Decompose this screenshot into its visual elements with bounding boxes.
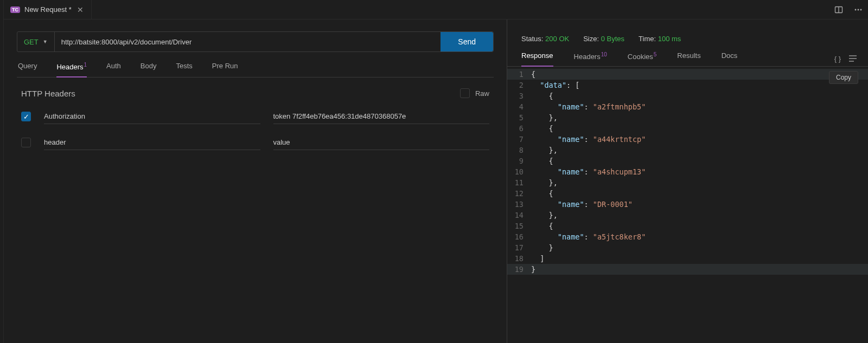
split-layout-icon[interactable] [829, 5, 848, 14]
line-number: 11 [507, 177, 531, 188]
code-content: }, [531, 210, 558, 221]
request-tab-headers[interactable]: Headers1 [56, 62, 87, 77]
editor-tab-bar: TC New Request * ✕ [4, 0, 868, 20]
code-line: 18 ] [507, 253, 868, 264]
response-pane: Status: 200 OK Size: 0 Bytes Time: 100 m… [507, 20, 868, 343]
request-pane: GET ▼ http://batsite:8000/api/v2/documen… [4, 20, 507, 343]
line-number: 13 [507, 199, 531, 210]
response-status-bar: Status: 200 OK Size: 0 Bytes Time: 100 m… [507, 20, 868, 51]
header-row: ✓Authorizationtoken 7f2ff4eb76ea456:31de… [21, 109, 489, 124]
code-line: 4 "name": "a2ftmnhpb5" [507, 101, 868, 112]
url-input[interactable]: http://batsite:8000/api/v2/document/Driv… [55, 32, 441, 51]
svg-point-2 [855, 9, 857, 10]
copy-button[interactable]: Copy [829, 71, 858, 84]
code-line: 13 "name": "DR-0001" [507, 199, 868, 210]
response-body[interactable]: Copy 1{2 "data": [3 {4 "name": "a2ftmnhp… [507, 67, 868, 343]
time-item: Time: 100 ms [639, 35, 681, 43]
response-tab-headers[interactable]: Headers10 [574, 51, 607, 66]
code-line: 10 "name": "a4shcupm13" [507, 166, 868, 177]
request-tab-query[interactable]: Query [18, 62, 37, 77]
line-number: 9 [507, 156, 531, 166]
response-tab-results[interactable]: Results [677, 51, 700, 66]
editor-tab[interactable]: TC New Request * ✕ [4, 0, 92, 19]
response-tab-cookies[interactable]: Cookies5 [628, 51, 657, 66]
code-content: "name": "DR-0001" [531, 199, 633, 210]
tab-badge: 1 [84, 62, 87, 68]
line-number: 10 [507, 166, 531, 177]
line-number: 12 [507, 188, 531, 199]
header-enable-checkbox[interactable]: ✓ [21, 112, 31, 121]
thunder-client-icon: TC [10, 7, 20, 13]
line-number: 1 [507, 69, 531, 80]
tab-badge: 5 [654, 51, 657, 57]
line-number: 15 [507, 221, 531, 231]
request-tab-body[interactable]: Body [141, 62, 157, 77]
method-label: GET [24, 38, 39, 46]
code-line: 11 }, [507, 177, 868, 188]
code-line: 1{ [507, 69, 868, 80]
code-line: 8 }, [507, 145, 868, 156]
line-number: 17 [507, 242, 531, 253]
line-number: 19 [507, 264, 531, 275]
request-tab-tests[interactable]: Tests [176, 62, 193, 77]
raw-checkbox[interactable] [460, 88, 470, 98]
code-line: 14 }, [507, 210, 868, 221]
raw-label: Raw [475, 89, 489, 98]
line-number: 16 [507, 231, 531, 242]
close-icon[interactable]: ✕ [76, 5, 85, 14]
line-number: 8 [507, 145, 531, 156]
request-tabs: QueryHeaders1AuthBodyTestsPre Run [17, 52, 494, 77]
response-tab-response[interactable]: Response [521, 51, 553, 67]
line-number: 14 [507, 210, 531, 221]
code-line: 6 { [507, 123, 868, 134]
code-line: 19} [507, 264, 868, 275]
word-wrap-icon[interactable] [848, 55, 857, 63]
code-content: }, [531, 177, 558, 188]
code-content: }, [531, 145, 558, 156]
header-value-input[interactable]: value [273, 135, 490, 150]
code-content: "data": [ [531, 80, 579, 90]
code-content: } [531, 264, 535, 275]
request-tab-auth[interactable]: Auth [106, 62, 121, 77]
chevron-down-icon: ▼ [43, 39, 48, 44]
header-enable-checkbox[interactable] [21, 138, 31, 147]
header-name-input[interactable]: Authorization [44, 109, 260, 124]
svg-point-4 [860, 9, 862, 10]
headers-section: HTTP Headers Raw ✓Authorizationtoken 7f2… [17, 77, 494, 161]
code-line: 12 { [507, 188, 868, 199]
code-content: { [531, 221, 553, 231]
line-number: 3 [507, 90, 531, 101]
code-line: 3 { [507, 90, 868, 101]
tab-badge: 10 [601, 51, 607, 57]
header-value-input[interactable]: token 7f2ff4eb76ea456:31de4870368057e [273, 109, 490, 124]
line-number: 7 [507, 134, 531, 145]
method-select[interactable]: GET ▼ [17, 32, 55, 51]
code-line: 2 "data": [ [507, 80, 868, 90]
code-content: } [531, 242, 553, 253]
code-content: ] [531, 253, 544, 264]
more-icon[interactable] [848, 5, 868, 14]
format-json-icon[interactable]: { } [834, 55, 841, 63]
code-content: "name": "a4shcupm13" [531, 166, 646, 177]
raw-toggle[interactable]: Raw [460, 88, 489, 98]
headers-title: HTTP Headers [21, 89, 75, 98]
request-tab-pre-run[interactable]: Pre Run [212, 62, 238, 77]
header-row: headervalue [21, 135, 489, 150]
code-line: 7 "name": "a44krtntcp" [507, 134, 868, 145]
code-line: 9 { [507, 156, 868, 166]
send-button[interactable]: Send [441, 32, 493, 51]
response-tabs: ResponseHeaders10Cookies5ResultsDocs [521, 51, 834, 66]
line-number: 6 [507, 123, 531, 134]
code-content: { [531, 123, 553, 134]
code-content: }, [531, 112, 558, 123]
code-content: "name": "a44krtntcp" [531, 134, 646, 145]
size-item: Size: 0 Bytes [583, 35, 624, 43]
line-number: 4 [507, 101, 531, 112]
code-content: { [531, 90, 553, 101]
code-content: { [531, 156, 553, 166]
code-line: 17 } [507, 242, 868, 253]
code-content: "name": "a2ftmnhpb5" [531, 101, 646, 112]
response-tab-docs[interactable]: Docs [722, 51, 738, 66]
header-name-input[interactable]: header [44, 135, 260, 150]
tab-title: New Request * [24, 5, 72, 14]
